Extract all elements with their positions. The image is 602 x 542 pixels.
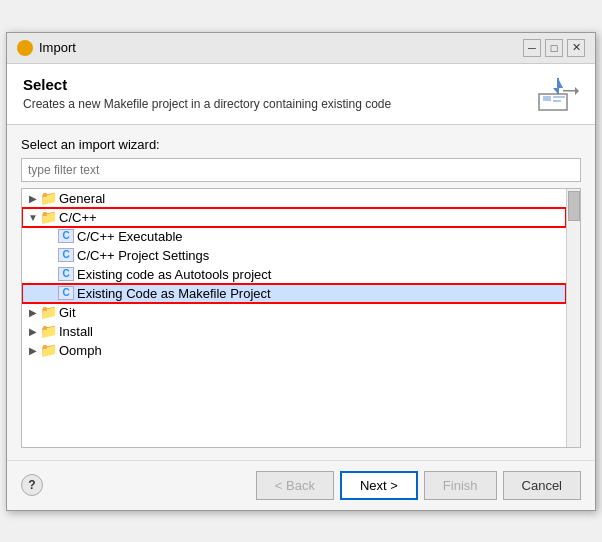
svg-rect-2 bbox=[553, 96, 565, 98]
file-icon-cpp-exec: C bbox=[58, 229, 74, 243]
help-button[interactable]: ? bbox=[21, 474, 43, 496]
tree-item-oomph[interactable]: ▶📁Oomph bbox=[22, 341, 566, 360]
import-dialog: Import ─ □ ✕ Select Creates a new Makefi… bbox=[6, 32, 596, 511]
tree-label-cpp-autotools: Existing code as Autotools project bbox=[77, 267, 271, 282]
file-icon-cpp-makefile: C bbox=[58, 286, 74, 300]
finish-button[interactable]: Finish bbox=[424, 471, 497, 500]
tree-label-cpp-makefile: Existing Code as Makefile Project bbox=[77, 286, 271, 301]
footer-left: ? bbox=[21, 474, 43, 496]
tree-arrow-cpp: ▼ bbox=[26, 212, 40, 223]
header-section: Select Creates a new Makefile project in… bbox=[7, 64, 595, 125]
page-description: Creates a new Makefile project in a dire… bbox=[23, 97, 391, 111]
footer: ? < Back Next > Finish Cancel bbox=[7, 460, 595, 510]
tree-item-general[interactable]: ▶📁General bbox=[22, 189, 566, 208]
tree-arrow-install: ▶ bbox=[26, 326, 40, 337]
title-bar-left: Import bbox=[17, 40, 76, 56]
tree-container[interactable]: ▶📁General▼📁C/C++CC/C++ ExecutableCC/C++ … bbox=[21, 188, 581, 448]
tree-item-cpp-proj[interactable]: CC/C++ Project Settings bbox=[22, 246, 566, 265]
minimize-button[interactable]: ─ bbox=[523, 39, 541, 57]
file-icon-cpp-proj: C bbox=[58, 248, 74, 262]
svg-rect-6 bbox=[563, 90, 575, 92]
tree-label-install: Install bbox=[59, 324, 93, 339]
folder-icon-general: 📁 bbox=[40, 191, 57, 205]
footer-buttons: < Back Next > Finish Cancel bbox=[256, 471, 581, 500]
folder-icon-install: 📁 bbox=[40, 324, 57, 338]
scrollbar-thumb[interactable] bbox=[568, 191, 580, 221]
page-heading: Select bbox=[23, 76, 391, 93]
tree-arrow-general: ▶ bbox=[26, 193, 40, 204]
title-controls: ─ □ ✕ bbox=[523, 39, 585, 57]
svg-marker-7 bbox=[575, 87, 579, 95]
filter-input[interactable] bbox=[21, 158, 581, 182]
dialog-title: Import bbox=[39, 40, 76, 55]
tree-label-general: General bbox=[59, 191, 105, 206]
tree-item-cpp-exec[interactable]: CC/C++ Executable bbox=[22, 227, 566, 246]
header-icon bbox=[537, 76, 579, 112]
maximize-button[interactable]: □ bbox=[545, 39, 563, 57]
tree-label-cpp: C/C++ bbox=[59, 210, 97, 225]
title-bar: Import ─ □ ✕ bbox=[7, 33, 595, 64]
svg-rect-1 bbox=[543, 96, 551, 101]
content-area: Select an import wizard: ▶📁General▼📁C/C+… bbox=[7, 125, 595, 460]
scrollbar-track[interactable] bbox=[566, 189, 580, 447]
cancel-button[interactable]: Cancel bbox=[503, 471, 581, 500]
tree-label-oomph: Oomph bbox=[59, 343, 102, 358]
tree-label-git: Git bbox=[59, 305, 76, 320]
tree-item-install[interactable]: ▶📁Install bbox=[22, 322, 566, 341]
back-button[interactable]: < Back bbox=[256, 471, 334, 500]
wizard-label: Select an import wizard: bbox=[21, 137, 581, 152]
file-icon-cpp-autotools: C bbox=[58, 267, 74, 281]
tree-arrow-oomph: ▶ bbox=[26, 345, 40, 356]
import-icon-svg bbox=[537, 76, 579, 112]
tree-label-cpp-proj: C/C++ Project Settings bbox=[77, 248, 209, 263]
tree-label-cpp-exec: C/C++ Executable bbox=[77, 229, 183, 244]
close-button[interactable]: ✕ bbox=[567, 39, 585, 57]
next-button[interactable]: Next > bbox=[340, 471, 418, 500]
header-text: Select Creates a new Makefile project in… bbox=[23, 76, 391, 111]
tree-item-git[interactable]: ▶📁Git bbox=[22, 303, 566, 322]
tree-item-cpp-autotools[interactable]: CExisting code as Autotools project bbox=[22, 265, 566, 284]
folder-icon-git: 📁 bbox=[40, 305, 57, 319]
dialog-icon bbox=[17, 40, 33, 56]
folder-icon-oomph: 📁 bbox=[40, 343, 57, 357]
tree-item-cpp[interactable]: ▼📁C/C++ bbox=[22, 208, 566, 227]
tree-arrow-git: ▶ bbox=[26, 307, 40, 318]
folder-icon-cpp: 📁 bbox=[40, 210, 57, 224]
svg-rect-3 bbox=[553, 100, 561, 102]
tree-item-cpp-makefile[interactable]: CExisting Code as Makefile Project bbox=[22, 284, 566, 303]
